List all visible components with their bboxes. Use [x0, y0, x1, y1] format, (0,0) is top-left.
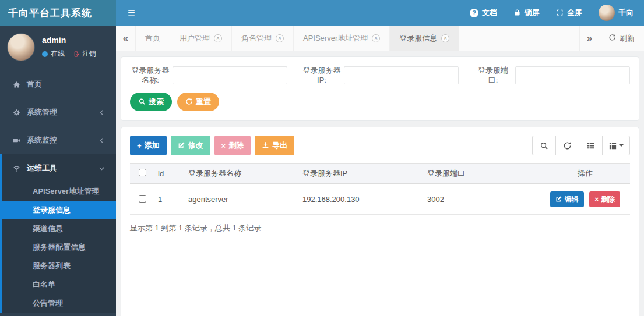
tab-label: 首页 — [145, 33, 160, 44]
tabs-scroll-left-icon[interactable]: « — [116, 26, 136, 51]
sidebar-item-label: 系统监控 — [27, 135, 57, 145]
tab-close-icon[interactable]: × — [441, 34, 449, 42]
chevron-down-icon — [98, 165, 105, 172]
add-button[interactable]: + 添加 — [130, 136, 167, 155]
tab-bar: « 首页 用户管理 × 角色管理 × APIServer地址管理 × 登录服信息… — [116, 26, 644, 51]
table-view-toggle-button[interactable] — [579, 136, 603, 155]
lock-screen-link[interactable]: 锁屏 — [513, 8, 540, 18]
online-status-label: 在线 — [51, 49, 65, 59]
fullscreen-label: 全屏 — [567, 8, 582, 18]
sidebar-item-whitelist[interactable]: 白名单 — [2, 275, 116, 294]
header-user-menu[interactable]: 千向 — [599, 5, 634, 21]
sidebar-toggle-icon[interactable]: ≡ — [116, 6, 135, 19]
modify-button[interactable]: 修改 — [171, 136, 210, 155]
tab-apiserver-mgmt[interactable]: APIServer地址管理 × — [294, 26, 390, 51]
tab-user-mgmt[interactable]: 用户管理 × — [170, 26, 232, 51]
search-button[interactable]: 搜索 — [130, 93, 172, 111]
sidebar-item-login-server-info[interactable]: 登录服信息 — [2, 201, 116, 219]
logout-link[interactable]: 注销 — [82, 49, 96, 59]
search-form: 登录服务器名称: 登录服务器IP: 登录服端口: — [130, 65, 630, 85]
login-server-ip-label: 登录服务器IP: — [301, 65, 342, 85]
cell-actions: 编辑 × 删除 — [540, 184, 630, 215]
tab-home[interactable]: 首页 — [136, 26, 170, 51]
search-panel: 登录服务器名称: 登录服务器IP: 登录服端口: — [121, 56, 639, 121]
login-server-name-input[interactable] — [173, 66, 287, 84]
field-login-server-port: 登录服端口: — [473, 65, 630, 85]
row-edit-button[interactable]: 编辑 — [550, 191, 584, 207]
sidebar-item-server-config-info[interactable]: 服务器配置信息 — [2, 238, 116, 257]
content-area: 登录服务器名称: 登录服务器IP: 登录服端口: — [116, 51, 644, 316]
sidebar-item-system-monitor[interactable]: 系统监控 — [0, 126, 116, 154]
reset-refresh-icon — [185, 98, 193, 106]
edit-pencil-icon — [555, 196, 562, 204]
download-icon — [262, 141, 269, 150]
header-select-all-cell — [130, 164, 154, 184]
table-toolbar: + 添加 修改 × 删除 — [130, 136, 630, 155]
sidebar-item-announcement-mgmt[interactable]: 公告管理 — [2, 294, 116, 313]
row-edit-label: 编辑 — [565, 194, 579, 204]
login-server-port-label: 登录服端口: — [473, 65, 513, 85]
user-avatar[interactable] — [7, 33, 35, 61]
tab-login-server-info[interactable]: 登录服信息 × — [390, 26, 459, 51]
tab-close-icon[interactable]: × — [214, 34, 222, 42]
tab-label: 角色管理 — [241, 33, 272, 44]
row-checkbox[interactable] — [139, 195, 146, 203]
header-avatar — [599, 5, 615, 21]
app-layout: 千向平台工具系统 admin 在线 注销 首 — [0, 0, 644, 316]
delete-button[interactable]: × 删除 — [214, 136, 251, 155]
sidebar-item-label: 系统管理 — [27, 107, 57, 118]
tab-role-mgmt[interactable]: 角色管理 × — [232, 26, 294, 51]
table-row: 1 agentserver 192.168.200.130 3002 编辑 — [130, 184, 630, 215]
tab-close-icon[interactable]: × — [372, 34, 380, 42]
sidebar-item-server-list[interactable]: 服务器列表 — [2, 257, 116, 275]
refresh-icon — [608, 34, 616, 42]
video-camera-icon — [13, 137, 22, 144]
header-user-name: 千向 — [618, 8, 634, 18]
export-button[interactable]: 导出 — [255, 136, 294, 155]
login-server-table: id 登录服务器名称 登录服务器IP 登录服端口 操作 1 — [130, 163, 630, 215]
sidebar-item-ops-tools[interactable]: 运维工具 — [2, 154, 116, 182]
login-server-ip-input[interactable] — [344, 66, 459, 84]
user-status-row: 在线 注销 — [42, 49, 96, 59]
header-server-ip: 登录服务器IP — [299, 164, 424, 184]
user-meta: admin 在线 注销 — [42, 35, 96, 59]
fullscreen-link[interactable]: 全屏 — [556, 8, 582, 18]
login-server-name-label: 登录服务器名称: — [130, 65, 171, 85]
table-search-toggle-button[interactable] — [532, 136, 556, 155]
wifi-icon — [13, 165, 22, 172]
sidebar-group-ops-tools: 运维工具 APIServer地址管理 登录服信息 渠道信息 服务器配置信息 服务… — [0, 154, 116, 313]
login-server-port-input[interactable] — [515, 66, 630, 84]
tab-close-icon[interactable]: × — [276, 34, 284, 42]
row-delete-button[interactable]: × 删除 — [589, 191, 620, 207]
sidebar-item-home[interactable]: 首页 — [0, 70, 116, 98]
main-column: ≡ ? 文档 锁屏 全屏 — [116, 0, 644, 316]
sidebar-item-label: 首页 — [27, 79, 42, 90]
sidebar-item-apiserver-mgmt[interactable]: APIServer地址管理 — [2, 182, 116, 201]
sidebar: 千向平台工具系统 admin 在线 注销 首 — [0, 0, 116, 316]
table-columns-dropdown-button[interactable] — [602, 136, 630, 155]
tabs-scroll-right-icon[interactable]: » — [579, 26, 599, 51]
sidebar-item-channel-info[interactable]: 渠道信息 — [2, 219, 116, 238]
app-title: 千向平台工具系统 — [8, 6, 92, 20]
docs-link[interactable]: ? 文档 — [470, 8, 497, 18]
tab-label: 用户管理 — [180, 33, 210, 44]
table-refresh-button[interactable] — [555, 136, 579, 155]
reset-button-label: 重置 — [196, 97, 211, 107]
sidebar-user-panel: admin 在线 注销 — [0, 26, 116, 68]
header-id: id — [154, 164, 185, 184]
table-header-row: id 登录服务器名称 登录服务器IP 登录服端口 操作 — [130, 164, 630, 184]
header-actions: 操作 — [540, 164, 630, 184]
reset-button[interactable]: 重置 — [177, 93, 219, 111]
sidebar-item-system-mgmt[interactable]: 系统管理 — [0, 98, 116, 126]
select-all-checkbox[interactable] — [139, 169, 146, 176]
plus-icon: + — [137, 141, 142, 150]
refresh-label: 刷新 — [620, 33, 635, 44]
cell-server-ip: 192.168.200.130 — [299, 184, 424, 215]
sidebar-nav: 首页 系统管理 系统监控 — [0, 70, 116, 313]
tab-refresh-button[interactable]: 刷新 — [599, 26, 644, 51]
search-button-label: 搜索 — [149, 97, 164, 107]
docs-label: 文档 — [482, 8, 497, 18]
delete-button-label: 删除 — [228, 140, 244, 151]
caret-down-icon — [619, 144, 624, 147]
edit-pencil-icon — [178, 141, 185, 150]
